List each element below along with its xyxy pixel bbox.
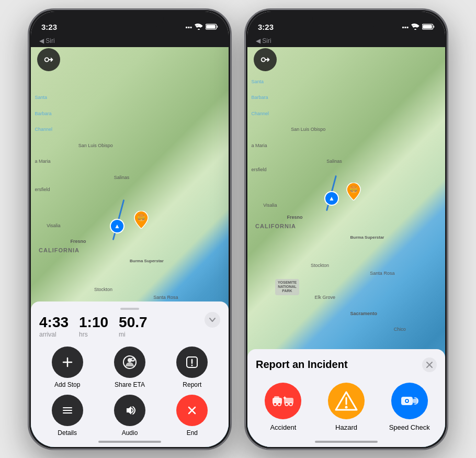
svg-point-45 <box>345 406 347 408</box>
svg-point-28 <box>262 58 265 61</box>
map-label-salinas: Salinas <box>114 175 130 180</box>
siri-bar-2: ◀ Siri <box>247 35 445 47</box>
share-eta-button[interactable]: + Share ETA <box>101 347 157 388</box>
arrival-label: arrival <box>39 331 69 338</box>
hours-label: hrs <box>79 331 108 338</box>
hazard-label: Hazard <box>335 423 357 431</box>
svg-text:+: + <box>132 359 134 362</box>
map-label-santa: Santa <box>35 95 48 100</box>
speed-check-icon <box>391 383 428 419</box>
siri-label-2: ◀ Siri <box>256 37 271 44</box>
siri-label-1: ◀ Siri <box>39 37 55 44</box>
wifi-icon-1 <box>195 24 203 31</box>
chevron-button[interactable] <box>205 312 220 328</box>
svg-rect-26 <box>434 26 435 28</box>
hazard-button[interactable]: Hazard <box>319 383 374 431</box>
time-1: 3:23 <box>41 23 57 31</box>
map-label-slo: San Luis Obispo <box>78 143 113 148</box>
map2-label-ersfield: ersfield <box>252 167 267 172</box>
battery-icon-1 <box>206 24 218 31</box>
wifi-icon-2 <box>411 24 420 31</box>
map2-label-sacramento: Sacramento <box>350 311 378 316</box>
phone-1: 3:23 ▪▪▪ ◀ Siri <box>28 8 232 450</box>
map2-label-chico: Chico <box>394 327 406 332</box>
status-icons-2: ▪▪▪ <box>402 24 435 31</box>
map2-label-santarosa: Santa Rosa <box>370 271 394 276</box>
nav-panel: 4:33 arrival 1:10 hrs 50.7 mi <box>31 301 229 447</box>
accident-label: Accident <box>270 423 296 431</box>
back-button-1[interactable] <box>37 48 60 71</box>
svg-point-0 <box>198 29 200 30</box>
map-label-santarosa: Santa Rosa <box>153 295 178 300</box>
report-button[interactable]: Report <box>164 347 220 388</box>
accident-button[interactable]: ✦ Accident <box>256 383 311 431</box>
svg-point-37 <box>278 403 281 406</box>
back-button-2[interactable] <box>254 48 277 71</box>
audio-label: Audio <box>122 429 138 437</box>
end-label: End <box>187 429 198 437</box>
map2-label-barbara: Barbara <box>252 95 268 100</box>
details-button[interactable]: Details <box>39 395 95 437</box>
svg-rect-38 <box>274 396 279 399</box>
arrival-stat: 4:33 arrival <box>39 315 69 338</box>
map2-label-elkgrove: Elk Grove <box>315 295 336 300</box>
svg-rect-2 <box>217 26 218 28</box>
svg-point-18 <box>191 364 193 366</box>
svg-point-24 <box>414 29 416 30</box>
hours-value: 1:10 <box>79 315 108 330</box>
svg-text:✦: ✦ <box>282 395 287 401</box>
svg-text:🍔: 🍔 <box>137 213 146 222</box>
miles-value: 50.7 <box>119 315 148 330</box>
svg-rect-3 <box>206 25 216 28</box>
map2-label-santa: Santa <box>252 79 264 84</box>
map-label-stockton: Stockton <box>94 287 112 292</box>
hours-stat: 1:10 hrs <box>79 315 108 338</box>
battery-icon-2 <box>422 24 435 31</box>
audio-button[interactable]: Audio <box>101 395 157 437</box>
signal-icon-2: ▪▪▪ <box>402 24 409 31</box>
add-stop-button[interactable]: Add Stop <box>39 347 95 388</box>
map-label-california: CALIFORNIA <box>39 247 80 253</box>
incident-grid: ✦ Accident <box>256 383 437 431</box>
nav-pin-2: ▲ <box>324 191 339 206</box>
home-indicator-1 <box>98 441 161 443</box>
map-label-visalia: Visalia <box>47 223 60 228</box>
siri-bar-1: ◀ Siri <box>31 35 229 47</box>
svg-point-36 <box>274 403 277 406</box>
report-title: Report an Incident <box>256 359 348 371</box>
map2-label-salinas: Salinas <box>326 159 342 164</box>
svg-rect-27 <box>423 25 432 28</box>
map-label-fresno: Fresno <box>71 239 86 244</box>
notch-1 <box>96 12 164 27</box>
nav-stats: 4:33 arrival 1:10 hrs 50.7 mi <box>39 315 220 338</box>
report-panel: Report an Incident <box>247 349 445 447</box>
speed-check-button[interactable]: Speed Check <box>382 383 437 431</box>
map-label-maria: a Maria <box>35 159 51 164</box>
nav-handle <box>120 308 139 310</box>
food-pin-2: 🍔 <box>346 183 361 199</box>
map2-label-channel: Channel <box>252 111 269 116</box>
miles-stat: 50.7 mi <box>119 315 148 338</box>
nav-pin: ▲ <box>110 219 124 233</box>
details-label: Details <box>58 429 77 437</box>
svg-text:▲: ▲ <box>114 222 120 230</box>
map-label-barbara: Barbara <box>35 111 52 116</box>
end-button[interactable]: End <box>164 395 220 437</box>
miles-label: mi <box>119 331 148 338</box>
arrival-time: 4:33 <box>39 315 69 330</box>
phone-2: 3:23 ▪▪▪ ◀ Siri <box>244 8 448 450</box>
accident-icon: ✦ <box>265 383 301 419</box>
report-close-button[interactable] <box>422 358 437 372</box>
map-label-ersfield: ersfield <box>35 187 50 192</box>
yosemite-badge: YOSEMITENATIONALPARK <box>275 279 299 295</box>
map-label-burma: Burma Superstar <box>130 259 164 263</box>
svg-point-40 <box>285 403 288 406</box>
map-label-channel: Channel <box>35 127 53 132</box>
notch-2 <box>312 12 380 27</box>
status-icons-1: ▪▪▪ <box>185 24 218 31</box>
time-2: 3:23 <box>258 23 274 31</box>
action-grid: Add Stop + Shar <box>39 347 220 437</box>
svg-text:▲: ▲ <box>328 195 335 202</box>
svg-text:🍔: 🍔 <box>349 185 358 194</box>
speed-check-label: Speed Check <box>389 423 430 431</box>
